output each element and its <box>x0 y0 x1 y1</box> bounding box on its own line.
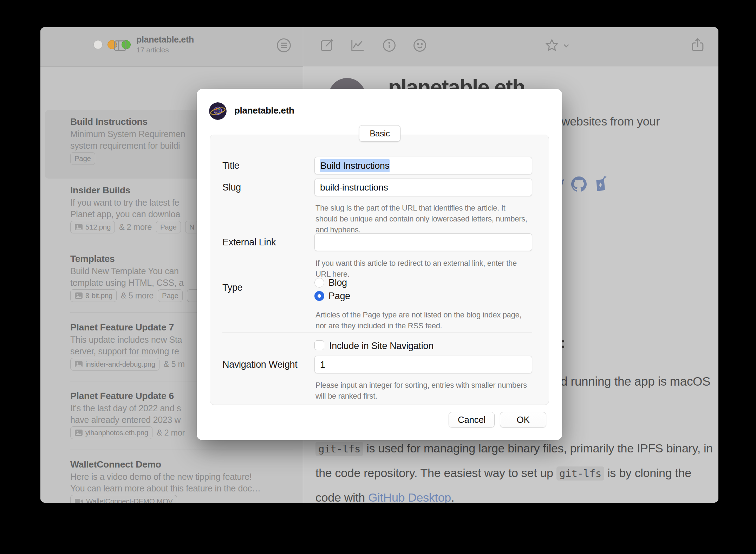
page-radio[interactable] <box>314 291 324 301</box>
external-link-input[interactable] <box>314 233 532 251</box>
article-title: Planet Feature Update 7 <box>70 322 174 333</box>
navigation-weight-label: Navigation Weight <box>222 359 298 370</box>
article-summary: This update includes new Staserver, supp… <box>70 334 182 357</box>
more-attachments-count: & 2 more <box>119 223 152 232</box>
close-button[interactable] <box>93 40 103 49</box>
inline-code: git-lfs <box>315 442 363 456</box>
tag-badge: Page <box>70 152 95 165</box>
attachment-badge: WalletConnect-DEMO.MOV <box>70 495 177 503</box>
attachment-badge: yihanphotos.eth.png <box>70 426 152 439</box>
paragraph-text: the code repository. The easiest way to … <box>315 466 556 479</box>
github-icon[interactable] <box>571 176 587 193</box>
blog-radio-label[interactable]: Blog <box>328 277 347 288</box>
tag-badge: Page <box>158 289 183 302</box>
planet-title: planetable.eth <box>136 34 194 45</box>
tab-basic[interactable]: Basic <box>359 125 400 142</box>
article-summary: Build New Template You cantemplate using… <box>70 265 184 289</box>
paragraph-text: is used for managing large binary files,… <box>363 442 713 455</box>
article-title: Insider Builds <box>70 185 130 196</box>
attachment-badge: 512.png <box>70 221 115 233</box>
article-list-item[interactable]: WalletConnect DemoHere is a video demo o… <box>45 453 298 503</box>
article-summary: Here is a video demo of the new tipping … <box>70 471 261 494</box>
intro-text-fragment: websites from your <box>561 115 660 128</box>
inline-code: git-lfs <box>556 466 604 481</box>
row-separator <box>70 450 293 450</box>
sidebar-toggle-icon[interactable] <box>112 38 128 53</box>
page-radio-label[interactable]: Page <box>328 291 350 302</box>
video-icon <box>74 498 84 503</box>
image-icon <box>74 361 83 368</box>
more-attachments-count: & 2 mor <box>157 428 185 438</box>
article-meta: 512.png& 2 morePageN <box>70 221 198 233</box>
titlebar[interactable]: planetable.eth 17 articles <box>40 27 718 66</box>
site-navigation-checkbox[interactable] <box>314 340 324 350</box>
external-link-label: External Link <box>222 237 276 248</box>
star-icon[interactable] <box>544 37 560 53</box>
analytics-icon[interactable] <box>350 37 366 53</box>
article-meta: Page <box>70 152 95 165</box>
form-divider <box>222 333 532 333</box>
github-desktop-link[interactable]: GitHub Desktop <box>368 491 451 503</box>
slug-input[interactable] <box>314 179 532 196</box>
article-summary: It's the last day of 2022 and shave alre… <box>70 402 181 426</box>
article-summary: Minimum System Requiremensystem requirem… <box>70 128 185 152</box>
menu-icon[interactable] <box>276 37 292 53</box>
selected-text: Build Instructions <box>320 159 390 172</box>
article-meta: WalletConnect-DEMO.MOV <box>70 495 177 503</box>
tag-badge: Page <box>156 221 181 233</box>
chevron-down-icon[interactable] <box>563 43 570 49</box>
compose-icon[interactable] <box>319 37 335 53</box>
paragraph-line: git-lfs is used for managing large binar… <box>315 442 713 455</box>
article-title: Build Instructions <box>70 116 148 127</box>
site-navigation-checkbox-label[interactable]: Include in Site Navigation <box>329 341 434 352</box>
navigation-weight-input[interactable] <box>314 356 532 373</box>
paragraph-text: . <box>451 491 454 503</box>
image-icon <box>74 429 83 436</box>
more-attachments-count: & 5 m <box>164 360 185 369</box>
requirement-text-fragment: d running the app is macOS <box>561 374 710 388</box>
reaction-icon[interactable] <box>412 37 428 53</box>
article-title: WalletConnect Demo <box>70 459 161 470</box>
title-input[interactable]: Build Instructions <box>314 157 532 174</box>
title-label: Title <box>222 160 240 171</box>
paragraph-line: code with GitHub Desktop. <box>315 491 454 503</box>
ok-button[interactable]: OK <box>500 412 546 427</box>
paragraph-text: code with <box>315 491 368 503</box>
desktop: planetable.eth 17 articles <box>0 0 756 554</box>
info-icon[interactable] <box>381 37 397 53</box>
juicebox-icon[interactable] <box>593 176 607 194</box>
article-summary: If you want to try the latest fePlanet a… <box>70 197 180 220</box>
type-label: Type <box>222 282 242 293</box>
type-help-text: Articles of the Page type are not listed… <box>315 309 540 331</box>
navigation-weight-help-text: Please input an integer for sorting, ent… <box>315 380 540 401</box>
article-meta: 8-bit.png& 5 morePage <box>70 289 200 302</box>
more-attachments-count: & 5 more <box>121 291 154 301</box>
paragraph-line: the code repository. The easiest way to … <box>315 466 691 480</box>
article-title: Planet Feature Update 6 <box>70 391 174 401</box>
article-meta: insider-and-debug.png& 5 m <box>70 358 185 371</box>
paragraph-text: is by cloning the <box>604 466 691 479</box>
article-meta: yihanphotos.eth.png& 2 mor <box>70 426 185 439</box>
attachment-badge: 8-bit.png <box>70 289 117 302</box>
planet-avatar <box>209 102 227 120</box>
external-link-help-text: If you want this article to redirect to … <box>315 258 540 279</box>
article-count: 17 articles <box>136 46 169 54</box>
image-icon <box>74 292 83 299</box>
image-icon <box>74 224 83 231</box>
edit-article-dialog: planetable.eth Basic Title Build Instruc… <box>197 89 562 440</box>
slug-label: Slug <box>222 182 241 193</box>
blog-radio[interactable] <box>314 278 324 288</box>
cancel-button[interactable]: Cancel <box>449 412 495 427</box>
attachment-badge: insider-and-debug.png <box>70 358 159 371</box>
slug-help-text: The slug is the part of the URL that ide… <box>315 202 540 235</box>
article-title: Templates <box>70 253 115 264</box>
dialog-site-name: planetable.eth <box>234 105 294 116</box>
share-icon[interactable] <box>689 37 706 53</box>
